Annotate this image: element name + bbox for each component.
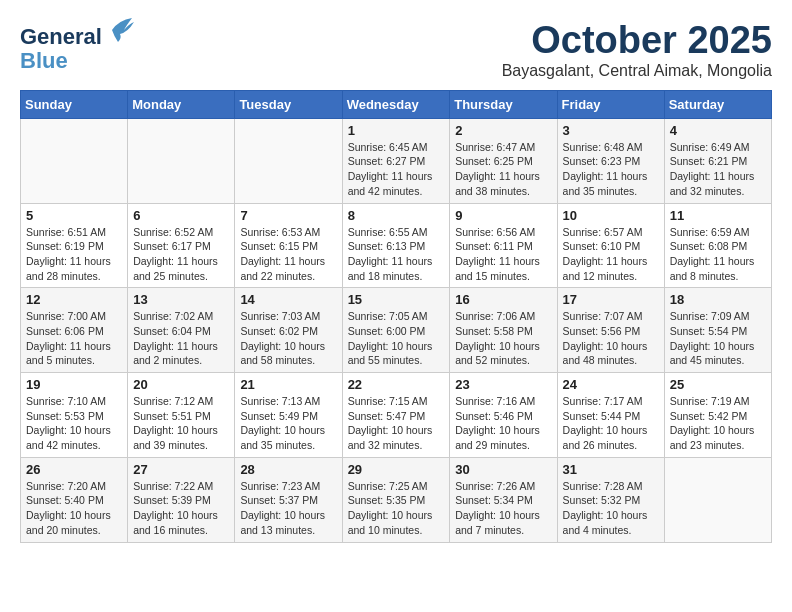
calendar-cell: 29Sunrise: 7:25 AMSunset: 5:35 PMDayligh… bbox=[342, 457, 450, 542]
logo-bird-icon bbox=[104, 16, 134, 44]
weekday-header-tuesday: Tuesday bbox=[235, 90, 342, 118]
location-text: Bayasgalant, Central Aimak, Mongolia bbox=[502, 62, 772, 80]
page-header: General Blue October 2025 Bayasgalant, C… bbox=[20, 20, 772, 80]
day-number: 27 bbox=[133, 462, 229, 477]
day-info: Sunrise: 7:03 AMSunset: 6:02 PMDaylight:… bbox=[240, 309, 336, 368]
day-info: Sunrise: 7:05 AMSunset: 6:00 PMDaylight:… bbox=[348, 309, 445, 368]
day-number: 6 bbox=[133, 208, 229, 223]
day-info: Sunrise: 7:02 AMSunset: 6:04 PMDaylight:… bbox=[133, 309, 229, 368]
calendar-week-5: 26Sunrise: 7:20 AMSunset: 5:40 PMDayligh… bbox=[21, 457, 772, 542]
calendar-cell: 5Sunrise: 6:51 AMSunset: 6:19 PMDaylight… bbox=[21, 203, 128, 288]
day-number: 8 bbox=[348, 208, 445, 223]
day-number: 31 bbox=[563, 462, 659, 477]
day-info: Sunrise: 6:49 AMSunset: 6:21 PMDaylight:… bbox=[670, 140, 766, 199]
day-info: Sunrise: 7:16 AMSunset: 5:46 PMDaylight:… bbox=[455, 394, 551, 453]
day-info: Sunrise: 7:13 AMSunset: 5:49 PMDaylight:… bbox=[240, 394, 336, 453]
calendar-cell bbox=[235, 118, 342, 203]
day-number: 24 bbox=[563, 377, 659, 392]
day-number: 16 bbox=[455, 292, 551, 307]
day-info: Sunrise: 7:28 AMSunset: 5:32 PMDaylight:… bbox=[563, 479, 659, 538]
day-number: 20 bbox=[133, 377, 229, 392]
calendar-cell: 27Sunrise: 7:22 AMSunset: 5:39 PMDayligh… bbox=[128, 457, 235, 542]
calendar-cell: 4Sunrise: 6:49 AMSunset: 6:21 PMDaylight… bbox=[664, 118, 771, 203]
calendar-cell bbox=[128, 118, 235, 203]
day-info: Sunrise: 7:19 AMSunset: 5:42 PMDaylight:… bbox=[670, 394, 766, 453]
calendar-cell bbox=[664, 457, 771, 542]
calendar-week-3: 12Sunrise: 7:00 AMSunset: 6:06 PMDayligh… bbox=[21, 288, 772, 373]
calendar-header-row: SundayMondayTuesdayWednesdayThursdayFrid… bbox=[21, 90, 772, 118]
day-info: Sunrise: 7:06 AMSunset: 5:58 PMDaylight:… bbox=[455, 309, 551, 368]
day-info: Sunrise: 6:55 AMSunset: 6:13 PMDaylight:… bbox=[348, 225, 445, 284]
day-info: Sunrise: 6:53 AMSunset: 6:15 PMDaylight:… bbox=[240, 225, 336, 284]
calendar-cell bbox=[21, 118, 128, 203]
day-info: Sunrise: 6:59 AMSunset: 6:08 PMDaylight:… bbox=[670, 225, 766, 284]
weekday-header-friday: Friday bbox=[557, 90, 664, 118]
day-number: 5 bbox=[26, 208, 122, 223]
day-number: 17 bbox=[563, 292, 659, 307]
calendar-cell: 6Sunrise: 6:52 AMSunset: 6:17 PMDaylight… bbox=[128, 203, 235, 288]
day-number: 29 bbox=[348, 462, 445, 477]
calendar-cell: 3Sunrise: 6:48 AMSunset: 6:23 PMDaylight… bbox=[557, 118, 664, 203]
calendar-cell: 25Sunrise: 7:19 AMSunset: 5:42 PMDayligh… bbox=[664, 373, 771, 458]
weekday-header-saturday: Saturday bbox=[664, 90, 771, 118]
calendar-cell: 1Sunrise: 6:45 AMSunset: 6:27 PMDaylight… bbox=[342, 118, 450, 203]
day-number: 3 bbox=[563, 123, 659, 138]
calendar-week-4: 19Sunrise: 7:10 AMSunset: 5:53 PMDayligh… bbox=[21, 373, 772, 458]
weekday-header-sunday: Sunday bbox=[21, 90, 128, 118]
calendar-cell: 23Sunrise: 7:16 AMSunset: 5:46 PMDayligh… bbox=[450, 373, 557, 458]
day-info: Sunrise: 6:51 AMSunset: 6:19 PMDaylight:… bbox=[26, 225, 122, 284]
calendar-table: SundayMondayTuesdayWednesdayThursdayFrid… bbox=[20, 90, 772, 543]
day-info: Sunrise: 6:52 AMSunset: 6:17 PMDaylight:… bbox=[133, 225, 229, 284]
calendar-cell: 10Sunrise: 6:57 AMSunset: 6:10 PMDayligh… bbox=[557, 203, 664, 288]
day-info: Sunrise: 7:23 AMSunset: 5:37 PMDaylight:… bbox=[240, 479, 336, 538]
calendar-week-2: 5Sunrise: 6:51 AMSunset: 6:19 PMDaylight… bbox=[21, 203, 772, 288]
calendar-week-1: 1Sunrise: 6:45 AMSunset: 6:27 PMDaylight… bbox=[21, 118, 772, 203]
calendar-cell: 9Sunrise: 6:56 AMSunset: 6:11 PMDaylight… bbox=[450, 203, 557, 288]
day-info: Sunrise: 6:56 AMSunset: 6:11 PMDaylight:… bbox=[455, 225, 551, 284]
calendar-cell: 7Sunrise: 6:53 AMSunset: 6:15 PMDaylight… bbox=[235, 203, 342, 288]
calendar-cell: 12Sunrise: 7:00 AMSunset: 6:06 PMDayligh… bbox=[21, 288, 128, 373]
weekday-header-wednesday: Wednesday bbox=[342, 90, 450, 118]
calendar-cell: 22Sunrise: 7:15 AMSunset: 5:47 PMDayligh… bbox=[342, 373, 450, 458]
day-info: Sunrise: 6:48 AMSunset: 6:23 PMDaylight:… bbox=[563, 140, 659, 199]
day-number: 19 bbox=[26, 377, 122, 392]
day-number: 23 bbox=[455, 377, 551, 392]
calendar-cell: 21Sunrise: 7:13 AMSunset: 5:49 PMDayligh… bbox=[235, 373, 342, 458]
day-number: 26 bbox=[26, 462, 122, 477]
calendar-cell: 11Sunrise: 6:59 AMSunset: 6:08 PMDayligh… bbox=[664, 203, 771, 288]
calendar-cell: 18Sunrise: 7:09 AMSunset: 5:54 PMDayligh… bbox=[664, 288, 771, 373]
weekday-header-monday: Monday bbox=[128, 90, 235, 118]
day-info: Sunrise: 6:45 AMSunset: 6:27 PMDaylight:… bbox=[348, 140, 445, 199]
day-info: Sunrise: 7:10 AMSunset: 5:53 PMDaylight:… bbox=[26, 394, 122, 453]
calendar-cell: 16Sunrise: 7:06 AMSunset: 5:58 PMDayligh… bbox=[450, 288, 557, 373]
day-info: Sunrise: 7:22 AMSunset: 5:39 PMDaylight:… bbox=[133, 479, 229, 538]
day-info: Sunrise: 6:47 AMSunset: 6:25 PMDaylight:… bbox=[455, 140, 551, 199]
month-title: October 2025 bbox=[502, 20, 772, 62]
calendar-cell: 15Sunrise: 7:05 AMSunset: 6:00 PMDayligh… bbox=[342, 288, 450, 373]
day-number: 18 bbox=[670, 292, 766, 307]
calendar-cell: 20Sunrise: 7:12 AMSunset: 5:51 PMDayligh… bbox=[128, 373, 235, 458]
day-number: 10 bbox=[563, 208, 659, 223]
calendar-cell: 14Sunrise: 7:03 AMSunset: 6:02 PMDayligh… bbox=[235, 288, 342, 373]
calendar-cell: 8Sunrise: 6:55 AMSunset: 6:13 PMDaylight… bbox=[342, 203, 450, 288]
day-number: 13 bbox=[133, 292, 229, 307]
calendar-cell: 17Sunrise: 7:07 AMSunset: 5:56 PMDayligh… bbox=[557, 288, 664, 373]
day-number: 4 bbox=[670, 123, 766, 138]
day-number: 12 bbox=[26, 292, 122, 307]
day-number: 15 bbox=[348, 292, 445, 307]
day-info: Sunrise: 7:07 AMSunset: 5:56 PMDaylight:… bbox=[563, 309, 659, 368]
day-info: Sunrise: 6:57 AMSunset: 6:10 PMDaylight:… bbox=[563, 225, 659, 284]
day-number: 30 bbox=[455, 462, 551, 477]
day-number: 22 bbox=[348, 377, 445, 392]
day-info: Sunrise: 7:00 AMSunset: 6:06 PMDaylight:… bbox=[26, 309, 122, 368]
day-number: 21 bbox=[240, 377, 336, 392]
day-info: Sunrise: 7:12 AMSunset: 5:51 PMDaylight:… bbox=[133, 394, 229, 453]
day-info: Sunrise: 7:09 AMSunset: 5:54 PMDaylight:… bbox=[670, 309, 766, 368]
day-info: Sunrise: 7:25 AMSunset: 5:35 PMDaylight:… bbox=[348, 479, 445, 538]
calendar-cell: 28Sunrise: 7:23 AMSunset: 5:37 PMDayligh… bbox=[235, 457, 342, 542]
day-info: Sunrise: 7:20 AMSunset: 5:40 PMDaylight:… bbox=[26, 479, 122, 538]
calendar-cell: 31Sunrise: 7:28 AMSunset: 5:32 PMDayligh… bbox=[557, 457, 664, 542]
day-number: 2 bbox=[455, 123, 551, 138]
day-info: Sunrise: 7:17 AMSunset: 5:44 PMDaylight:… bbox=[563, 394, 659, 453]
calendar-cell: 30Sunrise: 7:26 AMSunset: 5:34 PMDayligh… bbox=[450, 457, 557, 542]
